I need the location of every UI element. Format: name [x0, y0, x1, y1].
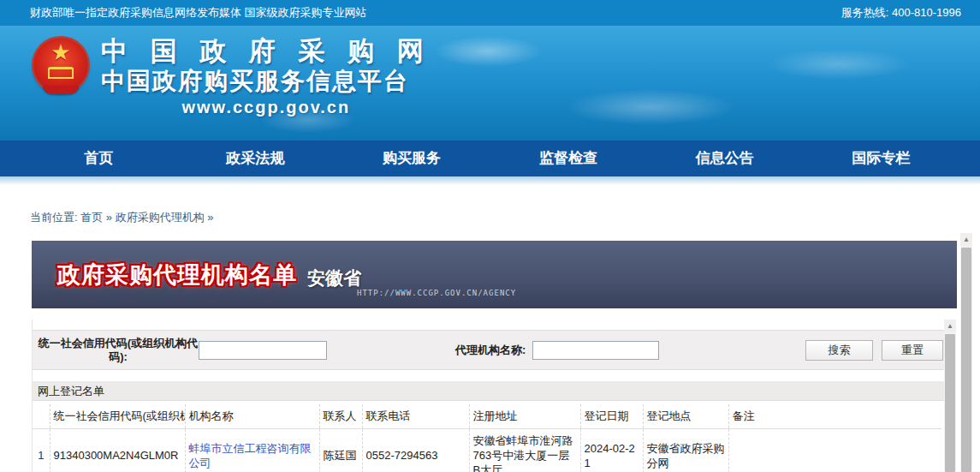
site-title: 中 国 政 府 采 购 网	[101, 36, 431, 67]
agency-name-link[interactable]: 蚌埠市立信工程咨询有限公司	[189, 442, 312, 469]
site-url: www.ccgp.gov.cn	[101, 96, 431, 118]
registry-list-title: 网上登记名单	[33, 381, 944, 401]
nav-item-supervise[interactable]: 监督检查	[490, 140, 646, 176]
nav-item-home[interactable]: 首页	[21, 140, 177, 176]
row-index: 1	[33, 429, 50, 472]
reset-button[interactable]: 重置	[882, 340, 943, 361]
banner-url: HTTP://WWW.CCGP.GOV.CN/AGENCY	[357, 289, 516, 297]
banner-region: 安徽省	[307, 266, 361, 290]
col-header-name: 机构名称	[185, 404, 319, 429]
row-address: 安徽省蚌埠市淮河路763号中港大厦一层B大厅	[469, 429, 580, 472]
row-agency-name: 蚌埠市立信工程咨询有限公司	[185, 429, 319, 472]
agency-name-input[interactable]	[532, 341, 659, 360]
top-bar: 财政部唯一指定政府采购信息网络发布媒体 国家级政府采购专业网站 服务热线: 40…	[0, 0, 980, 26]
breadcrumb-label: 当前位置:	[30, 211, 80, 224]
inner-scrollbar-thumb[interactable]	[945, 334, 955, 472]
row-date: 2024-02-21	[580, 429, 643, 472]
col-header-place: 登记地点	[643, 404, 728, 429]
col-header-index	[33, 404, 50, 429]
search-form: 统一社会信用代码(或组织机构代码): 代理机构名称: 搜索 重置	[33, 330, 944, 370]
credit-code-label: 统一社会信用代码(或组织机构代码):	[38, 337, 199, 364]
col-header-phone: 联系电话	[362, 404, 469, 429]
nav-item-policy[interactable]: 政采法规	[177, 140, 334, 176]
scroll-up-arrow-icon[interactable]: ▲	[944, 320, 956, 332]
table-header-row: 统一社会信用代码(或组织机构代码) 机构名称 联系人 联系电话 注册地址 登记日…	[33, 404, 941, 429]
masthead: ★ 中 国 政 府 采 购 网 中国政府购买服务信息平台 www.ccgp.go…	[0, 26, 980, 140]
col-header-code: 统一社会信用代码(或组织机构代码)	[50, 404, 185, 429]
site-logo[interactable]: ★ 中 国 政 府 采 购 网 中国政府购买服务信息平台 www.ccgp.go…	[33, 36, 431, 118]
col-header-address: 注册地址	[469, 404, 580, 429]
outer-scrollbar-thumb[interactable]	[961, 248, 971, 472]
nav-fade-strip	[0, 176, 980, 185]
main-nav: 首页 政采法规 购买服务 监督检查 信息公告 国际专栏	[0, 140, 980, 176]
row-credit-code: 91340300MA2N4GLM0R	[50, 429, 185, 472]
service-hotline: 服务热线: 400-810-1996	[841, 5, 961, 21]
scroll-up-arrow-icon[interactable]: ▲	[960, 233, 972, 246]
row-phone: 0552-7294563	[362, 429, 469, 472]
table-row: 1 91340300MA2N4GLM0R 蚌埠市立信工程咨询有限公司 陈廷国 0…	[33, 429, 941, 472]
nav-item-services[interactable]: 购买服务	[334, 140, 490, 176]
agency-table: 统一社会信用代码(或组织机构代码) 机构名称 联系人 联系电话 注册地址 登记日…	[33, 404, 941, 472]
row-note	[728, 429, 941, 472]
agency-name-label: 代理机构名称:	[455, 343, 526, 358]
breadcrumb: 当前位置: 首页 » 政府采购代理机构 »	[30, 210, 980, 225]
outer-scrollbar[interactable]: ▲	[960, 233, 972, 472]
col-header-note: 备注	[728, 404, 941, 429]
row-place: 安徽省政府采购分网	[643, 429, 728, 472]
national-emblem-icon: ★	[33, 36, 89, 101]
agency-panel: 政府采购代理机构名单 安徽省 HTTP://WWW.CCGP.GOV.CN/AG…	[0, 233, 980, 472]
col-header-contact: 联系人	[319, 404, 362, 429]
credit-code-input[interactable]	[199, 341, 327, 360]
inner-scrollbar[interactable]: ▲	[944, 320, 956, 472]
breadcrumb-home-link[interactable]: 首页	[80, 211, 103, 224]
site-slogan: 财政部唯一指定政府采购信息网络发布媒体 国家级政府采购专业网站	[30, 5, 367, 21]
banner-title: 政府采购代理机构名单	[57, 260, 297, 290]
agency-content: 统一社会信用代码(或组织机构代码): 代理机构名称: 搜索 重置 网上登记名单 …	[32, 320, 944, 472]
row-contact: 陈廷国	[319, 429, 362, 472]
breadcrumb-section-link[interactable]: 政府采购代理机构	[116, 211, 205, 224]
col-header-date: 登记日期	[580, 404, 643, 429]
search-button[interactable]: 搜索	[805, 340, 873, 361]
site-subtitle: 中国政府购买服务信息平台	[101, 67, 431, 96]
agency-list-banner: 政府采购代理机构名单 安徽省 HTTP://WWW.CCGP.GOV.CN/AG…	[32, 241, 957, 308]
nav-item-intl[interactable]: 国际专栏	[803, 140, 959, 176]
nav-item-notices[interactable]: 信息公告	[646, 140, 803, 176]
